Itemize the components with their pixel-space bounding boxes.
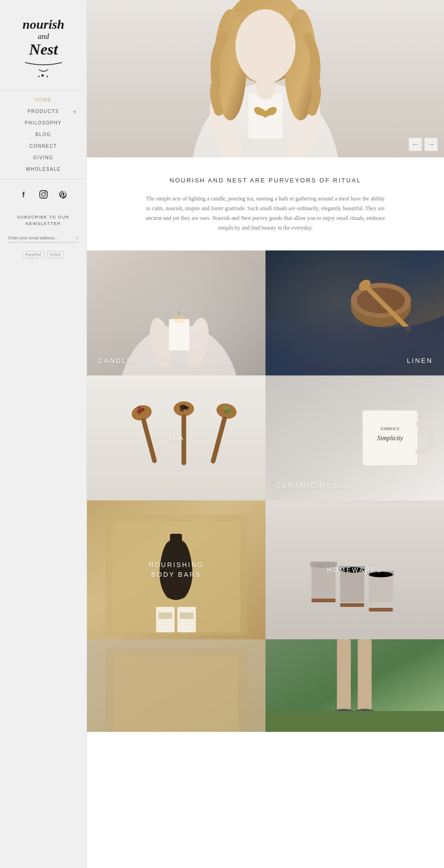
svg-point-10	[45, 192, 46, 193]
newsletter-title: SUBSCRIBE TO OUR NEWSLETTER	[6, 214, 80, 227]
sidebar: nourish and Nest HOME PRODUCTS + PHILOSO…	[0, 0, 87, 868]
nav-giving[interactable]: GIVING	[0, 152, 86, 163]
svg-text:f: f	[22, 191, 25, 199]
pinterest-icon[interactable]	[58, 189, 68, 200]
about-title: NOURISH AND NEST ARE PURVEYORS OF RITUAL	[115, 177, 416, 184]
nav-blog[interactable]: BLOG	[0, 129, 86, 140]
visa-icon: VISA	[47, 251, 64, 258]
product-tile-bottom2[interactable]	[265, 639, 444, 732]
nav-menu: HOME PRODUCTS + PHILOSOPHY BLOG CONNECT …	[0, 90, 86, 179]
homewares-label: HOMEWARES	[327, 565, 382, 575]
svg-point-45	[180, 408, 185, 412]
mugs-label: CERAMIC MUGS	[277, 482, 344, 489]
hero-image	[87, 0, 444, 157]
svg-point-44	[184, 406, 189, 410]
newsletter-section: SUBSCRIBE TO OUR NEWSLETTER › PayPal VIS…	[0, 208, 86, 258]
svg-text:EMBRACE: EMBRACE	[380, 426, 400, 431]
products-expand-icon: +	[73, 108, 77, 115]
bottom1-bg	[87, 639, 265, 732]
svg-point-5	[38, 76, 39, 77]
nav-connect[interactable]: CONNECT	[0, 140, 86, 152]
brand-logo: nourish and Nest	[11, 9, 76, 81]
paypal-icon: PayPal	[23, 251, 44, 258]
svg-point-30	[351, 285, 411, 327]
svg-rect-76	[369, 608, 393, 612]
svg-rect-71	[369, 575, 393, 602]
svg-point-4	[46, 76, 48, 77]
svg-point-34	[357, 277, 372, 293]
svg-point-24	[146, 316, 175, 370]
nav-wholesale[interactable]: WHOLESALE	[0, 163, 86, 175]
hero-next-arrow[interactable]: →	[425, 138, 438, 151]
about-text: The simple acts of lighting a candle, po…	[145, 194, 386, 233]
hero-section: ← →	[87, 0, 444, 157]
product-tile-homewares[interactable]: HOMEWARES	[265, 500, 444, 639]
instagram-icon[interactable]	[38, 189, 49, 200]
body-bars-label: NOURISHING BODY BARS	[148, 560, 204, 580]
nav-philosophy[interactable]: PHILOSOPHY	[0, 117, 86, 129]
main-content: ← → NOURISH AND NEST ARE PURVEYORS OF RI…	[87, 0, 444, 868]
product-tile-linen[interactable]: LINEN	[265, 250, 444, 375]
tea-label: TEA	[168, 433, 185, 443]
svg-rect-60	[156, 607, 175, 632]
hero-prev-arrow[interactable]: ←	[409, 138, 422, 151]
svg-point-20	[235, 9, 296, 83]
product-grid: CANDLES	[87, 250, 444, 732]
svg-rect-26	[169, 319, 190, 350]
facebook-icon[interactable]: f	[19, 189, 29, 200]
svg-point-9	[42, 193, 45, 196]
email-submit-button[interactable]: ›	[74, 233, 78, 242]
hero-nav-arrows: ← →	[409, 138, 438, 151]
svg-rect-85	[265, 711, 444, 732]
svg-point-25	[183, 316, 212, 370]
product-tile-tea[interactable]: TEA	[87, 375, 265, 500]
svg-rect-61	[178, 607, 196, 632]
svg-rect-81	[337, 639, 351, 713]
svg-rect-74	[312, 599, 336, 602]
payment-icons: PayPal VISA	[6, 251, 80, 258]
bottom2-bg	[265, 639, 444, 732]
product-tile-bottom1[interactable]	[87, 639, 265, 732]
linen-label: LINEN	[407, 357, 433, 364]
svg-point-27	[173, 315, 186, 323]
product-tile-candles[interactable]: CANDLES	[87, 250, 265, 375]
svg-line-33	[367, 287, 409, 329]
svg-rect-21	[256, 76, 275, 100]
svg-point-32	[357, 287, 405, 313]
svg-rect-59	[170, 534, 182, 544]
logo-area: nourish and Nest	[6, 0, 80, 90]
svg-rect-63	[180, 612, 194, 619]
svg-point-31	[351, 283, 411, 318]
svg-text:and: and	[38, 32, 49, 40]
svg-point-3	[41, 75, 43, 77]
product-tile-body-bars[interactable]: NOURISHING BODY BARS	[87, 500, 265, 639]
email-input[interactable]	[8, 234, 74, 242]
about-section: NOURISH AND NEST ARE PURVEYORS OF RITUAL…	[87, 157, 444, 250]
nav-products[interactable]: PRODUCTS +	[0, 106, 86, 117]
svg-rect-62	[159, 612, 173, 619]
nav-home[interactable]: HOME	[0, 94, 86, 106]
product-tile-mugs[interactable]: EMBRACE Simplicity CERAMIC MUGS	[265, 375, 444, 500]
email-form: ›	[8, 233, 78, 243]
social-icons: f	[19, 179, 68, 208]
svg-rect-75	[340, 603, 364, 607]
svg-text:Simplicity: Simplicity	[377, 435, 404, 442]
svg-text:nourish: nourish	[22, 17, 64, 31]
svg-rect-79	[115, 656, 238, 732]
svg-rect-82	[358, 639, 372, 713]
candles-label: CANDLES	[87, 357, 138, 375]
svg-text:Nest: Nest	[28, 41, 58, 58]
